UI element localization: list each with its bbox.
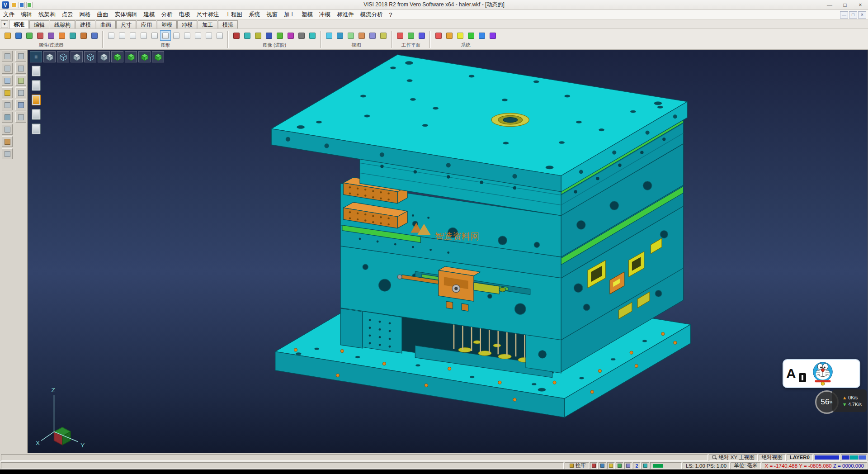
tab-flow[interactable]: 模流 [218,20,238,28]
reset-filter-icon[interactable] [89,30,100,41]
view-front-icon[interactable] [324,30,335,41]
tab-surface[interactable]: 曲面 [96,20,116,28]
light-settings-icon[interactable] [296,30,307,41]
undo-view-tool-icon[interactable] [2,136,13,147]
zoom-tool-icon[interactable] [2,51,13,62]
menu-item-system[interactable]: 系统 [245,10,263,19]
tab-dropdown-icon[interactable]: ▼ [1,20,8,28]
help-icon[interactable]: 2 [633,462,641,469]
save-file-icon[interactable] [26,2,33,8]
grid-toggle-icon[interactable] [590,462,598,469]
menu-item-drafting[interactable]: 工程图 [222,10,246,19]
rendered-mode-icon[interactable] [149,30,160,41]
transparency-mode-icon[interactable] [171,30,182,41]
menu-item-flow-analysis[interactable]: 模流分析 [357,10,386,19]
info-icon[interactable] [487,30,498,41]
snap-settings-icon[interactable] [455,30,466,41]
menu-item-file[interactable]: 文件 [0,10,18,19]
view-shaded-4-icon[interactable] [152,51,164,62]
view-state-2-icon[interactable] [32,80,41,91]
fit-view-tool-icon[interactable] [2,148,13,159]
open-file-icon[interactable] [19,2,25,8]
menu-item-window[interactable]: 视窗 [263,10,281,19]
mdi-minimize-button[interactable]: — [840,11,848,19]
menu-item-help[interactable]: ? [386,11,396,19]
view-state-5-icon[interactable] [32,123,41,134]
menu-item-analysis[interactable]: 分析 [158,10,176,19]
tab-wireframe[interactable]: 线架构 [50,20,75,28]
menu-item-mold[interactable]: 塑模 [298,10,316,19]
select-filter-icon[interactable] [2,30,13,41]
layers-panel-icon[interactable] [642,462,649,469]
shaded-edge-mode-icon[interactable] [138,30,149,41]
pan-view-icon[interactable] [253,30,264,41]
mask-filter-icon[interactable] [78,30,89,41]
layer-filter-icon[interactable] [24,30,35,41]
shaded-mode-icon[interactable] [127,30,138,41]
mdi-close-button[interactable]: × [858,11,866,19]
menu-item-surface[interactable]: 曲面 [94,10,112,19]
menu-item-solid-edit[interactable]: 实体编辑 [112,10,141,19]
mirror-tool-icon[interactable] [15,100,26,110]
menu-item-standard-parts[interactable]: 标准件 [334,10,357,19]
lock-cell[interactable]: 拴牢 [565,462,589,469]
layer-cell[interactable]: LAYER0 [787,454,813,461]
menu-item-modeling[interactable]: 建模 [141,10,158,19]
copy-tool-icon[interactable] [15,63,26,74]
highlight-filter-icon[interactable] [67,30,78,41]
tab-mold[interactable]: 塑模 [157,20,177,28]
draft-check-icon[interactable] [193,30,203,41]
paste-tool-icon[interactable] [15,75,26,86]
snap-toggle-icon[interactable] [599,462,606,469]
menu-item-pointcloud[interactable]: 点云 [59,10,76,19]
menu-item-machining[interactable]: 加工 [281,10,298,19]
maximize-button[interactable]: □ [837,0,853,9]
print-icon[interactable] [624,462,632,469]
tab-edit[interactable]: 编辑 [29,20,49,28]
new-file-icon[interactable] [11,2,17,8]
curvature-check-icon[interactable] [203,30,214,41]
tab-standard[interactable]: 标准 [9,20,29,28]
dynamic-shading-icon[interactable] [160,30,171,41]
menu-item-wireframe[interactable]: 线架构 [35,10,59,19]
tab-application[interactable]: 应用 [137,20,156,28]
select-tool-icon[interactable] [2,112,13,123]
tab-modeling[interactable]: 建模 [75,20,95,28]
view-side-icon[interactable] [345,30,356,41]
view-refresh-icon[interactable] [378,30,389,41]
material-settings-icon[interactable] [307,30,318,41]
view-shaded-2-icon[interactable] [125,51,137,62]
app-icon[interactable]: V [2,1,9,9]
dynamic-view-tool-icon[interactable] [2,87,13,98]
tab-die[interactable]: 冲模 [177,20,197,28]
cut-tool-icon[interactable] [15,51,26,62]
mdi-restore-button[interactable]: □ [849,11,857,19]
database-icon[interactable] [476,30,487,41]
close-button[interactable]: × [853,0,868,9]
grid-settings-icon[interactable] [444,30,455,41]
ortho-toggle-icon[interactable] [607,462,615,469]
zoom-window-icon[interactable] [231,30,242,41]
section-view-icon[interactable] [182,30,193,41]
menu-item-mesh[interactable]: 网格 [76,10,94,19]
minimize-button[interactable]: — [822,0,837,9]
settings-icon[interactable] [433,30,444,41]
view-state-1-icon[interactable] [32,66,41,76]
section-capture-icon[interactable] [274,30,285,41]
array-tool-icon[interactable] [15,112,26,123]
hidden-line-mode-icon[interactable] [117,30,127,41]
tab-machining[interactable]: 加工 [198,20,217,28]
pan-tool-icon[interactable] [2,63,13,74]
wireframe-mode-icon[interactable] [106,30,117,41]
delete-tool-icon[interactable] [2,124,13,135]
texture-mode-icon[interactable] [214,30,225,41]
input-overlay-card[interactable]: A [783,359,860,388]
view-state-3-icon[interactable] [32,95,41,105]
transform-tool-icon[interactable] [15,87,26,98]
workplane-align-icon[interactable] [406,30,416,41]
type-filter-icon[interactable] [46,30,57,41]
measure-tool-icon[interactable] [2,100,13,110]
units-cell[interactable]: 单位: 毫米 [731,462,760,469]
absolute-view-cell[interactable]: 绝对视图 [759,454,786,461]
view-previous-icon[interactable] [367,30,378,41]
